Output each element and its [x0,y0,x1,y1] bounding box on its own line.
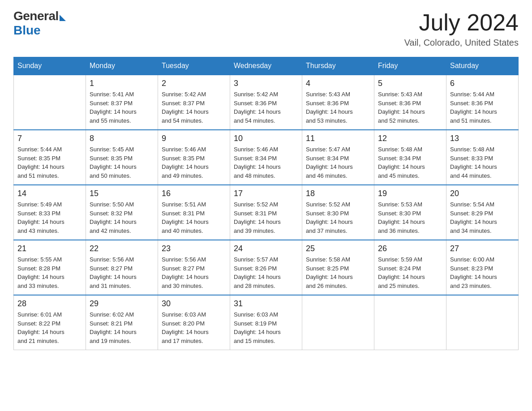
day-info: Sunrise: 5:46 AM Sunset: 8:35 PM Dayligh… [162,145,226,180]
day-number: 10 [234,134,298,143]
calendar-cell: 29Sunrise: 6:02 AM Sunset: 8:21 PM Dayli… [86,295,158,350]
title-block: July 2024 Vail, Colorado, United States [404,9,519,48]
day-info: Sunrise: 6:03 AM Sunset: 8:19 PM Dayligh… [234,310,298,345]
logo: General Blue [13,9,66,38]
calendar-cell: 3Sunrise: 5:42 AM Sunset: 8:36 PM Daylig… [230,75,302,130]
header-day-sunday: Sunday [14,57,86,75]
calendar-cell: 26Sunrise: 5:59 AM Sunset: 8:24 PM Dayli… [374,240,446,295]
day-number: 1 [90,79,154,88]
header-row: SundayMondayTuesdayWednesdayThursdayFrid… [14,57,519,75]
calendar-cell: 2Sunrise: 5:42 AM Sunset: 8:37 PM Daylig… [158,75,230,130]
day-number: 3 [234,79,298,88]
day-info: Sunrise: 5:49 AM Sunset: 8:33 PM Dayligh… [17,200,82,235]
calendar-cell [302,295,374,350]
header-day-friday: Friday [374,57,446,75]
day-number: 2 [162,79,226,88]
calendar-cell [14,75,86,130]
day-info: Sunrise: 5:45 AM Sunset: 8:35 PM Dayligh… [90,145,154,180]
day-number: 12 [378,134,442,143]
header-day-saturday: Saturday [446,57,519,75]
day-number: 22 [90,244,154,253]
calendar-cell: 15Sunrise: 5:50 AM Sunset: 8:32 PM Dayli… [86,185,158,240]
day-number: 15 [90,189,154,198]
day-number: 17 [234,189,298,198]
calendar-cell: 21Sunrise: 5:55 AM Sunset: 8:28 PM Dayli… [14,240,86,295]
day-info: Sunrise: 5:56 AM Sunset: 8:27 PM Dayligh… [162,255,226,290]
day-number: 14 [17,189,82,198]
day-info: Sunrise: 5:51 AM Sunset: 8:31 PM Dayligh… [162,200,226,235]
day-info: Sunrise: 5:43 AM Sunset: 8:36 PM Dayligh… [306,90,370,125]
day-number: 29 [90,299,154,308]
calendar-week-2: 7Sunrise: 5:44 AM Sunset: 8:35 PM Daylig… [14,130,519,185]
day-info: Sunrise: 5:41 AM Sunset: 8:37 PM Dayligh… [90,90,154,125]
calendar-cell [446,295,519,350]
calendar-cell: 12Sunrise: 5:48 AM Sunset: 8:34 PM Dayli… [374,130,446,185]
calendar-cell: 10Sunrise: 5:46 AM Sunset: 8:34 PM Dayli… [230,130,302,185]
day-info: Sunrise: 5:53 AM Sunset: 8:30 PM Dayligh… [378,200,442,235]
calendar-cell: 1Sunrise: 5:41 AM Sunset: 8:37 PM Daylig… [86,75,158,130]
day-number: 16 [162,189,226,198]
day-info: Sunrise: 5:48 AM Sunset: 8:33 PM Dayligh… [450,145,515,180]
day-info: Sunrise: 5:44 AM Sunset: 8:36 PM Dayligh… [450,90,515,125]
calendar-week-4: 21Sunrise: 5:55 AM Sunset: 8:28 PM Dayli… [14,240,519,295]
day-info: Sunrise: 5:42 AM Sunset: 8:37 PM Dayligh… [162,90,226,125]
calendar-cell: 19Sunrise: 5:53 AM Sunset: 8:30 PM Dayli… [374,185,446,240]
calendar-cell: 16Sunrise: 5:51 AM Sunset: 8:31 PM Dayli… [158,185,230,240]
day-info: Sunrise: 5:48 AM Sunset: 8:34 PM Dayligh… [378,145,442,180]
day-number: 5 [378,79,442,88]
header-day-wednesday: Wednesday [230,57,302,75]
day-info: Sunrise: 5:44 AM Sunset: 8:35 PM Dayligh… [17,145,82,180]
day-info: Sunrise: 5:46 AM Sunset: 8:34 PM Dayligh… [234,145,298,180]
day-number: 24 [234,244,298,253]
calendar-week-3: 14Sunrise: 5:49 AM Sunset: 8:33 PM Dayli… [14,185,519,240]
day-number: 19 [378,189,442,198]
calendar-cell: 5Sunrise: 5:43 AM Sunset: 8:36 PM Daylig… [374,75,446,130]
header-day-monday: Monday [86,57,158,75]
calendar-week-5: 28Sunrise: 6:01 AM Sunset: 8:22 PM Dayli… [14,295,519,350]
calendar-cell: 31Sunrise: 6:03 AM Sunset: 8:19 PM Dayli… [230,295,302,350]
calendar-cell: 9Sunrise: 5:46 AM Sunset: 8:35 PM Daylig… [158,130,230,185]
logo-general-text: General [13,9,59,23]
day-info: Sunrise: 5:54 AM Sunset: 8:29 PM Dayligh… [450,200,515,235]
day-info: Sunrise: 5:43 AM Sunset: 8:36 PM Dayligh… [378,90,442,125]
day-number: 6 [450,79,515,88]
day-number: 26 [378,244,442,253]
calendar-cell: 17Sunrise: 5:52 AM Sunset: 8:31 PM Dayli… [230,185,302,240]
calendar-header: SundayMondayTuesdayWednesdayThursdayFrid… [14,57,519,75]
calendar-cell: 27Sunrise: 6:00 AM Sunset: 8:23 PM Dayli… [446,240,519,295]
day-number: 28 [17,299,82,308]
day-number: 11 [306,134,370,143]
logo-arrow-icon [60,15,66,21]
calendar-cell: 4Sunrise: 5:43 AM Sunset: 8:36 PM Daylig… [302,75,374,130]
calendar-cell: 20Sunrise: 5:54 AM Sunset: 8:29 PM Dayli… [446,185,519,240]
day-number: 13 [450,134,515,143]
day-number: 7 [17,134,82,143]
day-info: Sunrise: 5:57 AM Sunset: 8:26 PM Dayligh… [234,255,298,290]
calendar-table: SundayMondayTuesdayWednesdayThursdayFrid… [13,57,519,350]
day-number: 20 [450,189,515,198]
day-info: Sunrise: 5:50 AM Sunset: 8:32 PM Dayligh… [90,200,154,235]
calendar-cell: 13Sunrise: 5:48 AM Sunset: 8:33 PM Dayli… [446,130,519,185]
calendar-cell: 24Sunrise: 5:57 AM Sunset: 8:26 PM Dayli… [230,240,302,295]
calendar-week-1: 1Sunrise: 5:41 AM Sunset: 8:37 PM Daylig… [14,75,519,130]
day-number: 30 [162,299,226,308]
day-info: Sunrise: 5:55 AM Sunset: 8:28 PM Dayligh… [17,255,82,290]
day-number: 4 [306,79,370,88]
calendar-cell: 25Sunrise: 5:58 AM Sunset: 8:25 PM Dayli… [302,240,374,295]
calendar-cell: 28Sunrise: 6:01 AM Sunset: 8:22 PM Dayli… [14,295,86,350]
day-info: Sunrise: 5:42 AM Sunset: 8:36 PM Dayligh… [234,90,298,125]
calendar-cell: 14Sunrise: 5:49 AM Sunset: 8:33 PM Dayli… [14,185,86,240]
calendar-cell: 11Sunrise: 5:47 AM Sunset: 8:34 PM Dayli… [302,130,374,185]
day-info: Sunrise: 6:03 AM Sunset: 8:20 PM Dayligh… [162,310,226,345]
calendar-cell: 8Sunrise: 5:45 AM Sunset: 8:35 PM Daylig… [86,130,158,185]
calendar-cell: 30Sunrise: 6:03 AM Sunset: 8:20 PM Dayli… [158,295,230,350]
calendar-body: 1Sunrise: 5:41 AM Sunset: 8:37 PM Daylig… [14,75,519,350]
day-info: Sunrise: 5:52 AM Sunset: 8:30 PM Dayligh… [306,200,370,235]
day-info: Sunrise: 5:59 AM Sunset: 8:24 PM Dayligh… [378,255,442,290]
day-info: Sunrise: 5:56 AM Sunset: 8:27 PM Dayligh… [90,255,154,290]
calendar-cell: 22Sunrise: 5:56 AM Sunset: 8:27 PM Dayli… [86,240,158,295]
day-number: 18 [306,189,370,198]
calendar-cell: 6Sunrise: 5:44 AM Sunset: 8:36 PM Daylig… [446,75,519,130]
day-number: 27 [450,244,515,253]
day-info: Sunrise: 5:58 AM Sunset: 8:25 PM Dayligh… [306,255,370,290]
